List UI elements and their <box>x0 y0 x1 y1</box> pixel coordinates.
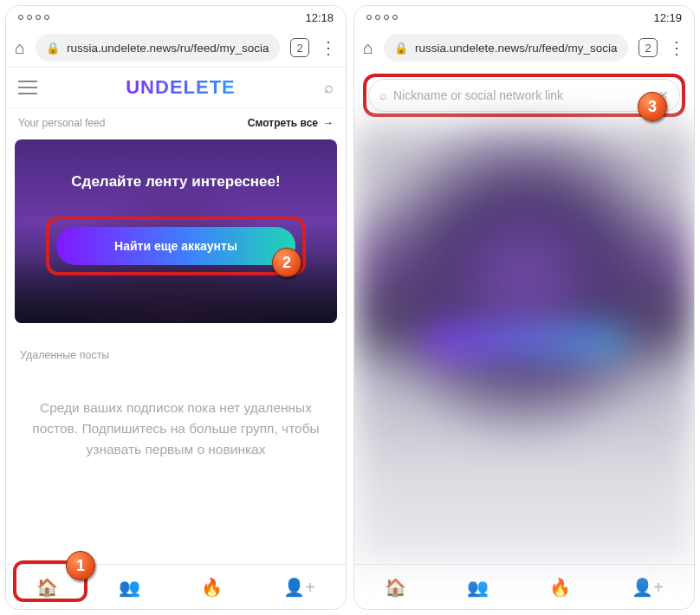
feed-label: Your personal feed <box>18 117 105 129</box>
browser-addressbar: ⌂ 🔒 russia.undelete.news/ru/feed/my_soci… <box>6 29 346 67</box>
phone-left: 12:18 ⌂ 🔒 russia.undelete.news/ru/feed/m… <box>5 5 347 610</box>
bottom-nav: 🏠 👥 🔥 👤+ <box>6 564 346 609</box>
blurred-background <box>354 124 694 564</box>
url-box[interactable]: 🔒 russia.undelete.news/ru/feed/my_socia <box>36 34 280 62</box>
tab-count[interactable]: 2 <box>290 38 309 57</box>
home-icon[interactable]: ⌂ <box>363 38 373 58</box>
step-badge-1: 1 <box>66 551 95 580</box>
deleted-posts-title: Удаленные посты <box>6 323 346 372</box>
app-logo: UNDELETE <box>126 76 236 99</box>
url-text: russia.undelete.news/ru/feed/my_socia <box>415 42 617 55</box>
status-bar: 12:19 <box>354 6 694 29</box>
highlight-search-input: ⌕ Nickname or social network link ✕ <box>363 74 685 117</box>
status-dots <box>366 15 398 20</box>
nav-home-icon[interactable]: 🏠 <box>385 577 406 598</box>
nav-fire-icon[interactable]: 🔥 <box>549 577 571 598</box>
search-icon: ⌕ <box>379 88 386 102</box>
url-box[interactable]: 🔒 russia.undelete.news/ru/feed/my_socia <box>384 34 628 62</box>
home-icon[interactable]: ⌂ <box>15 38 25 58</box>
nav-fire-icon[interactable]: 🔥 <box>201 577 223 598</box>
nav-home-icon[interactable]: 🏠 <box>36 577 58 598</box>
highlight-find-accounts: Найти еще аккаунты <box>46 217 306 275</box>
hero-banner: Сделайте ленту интереснее! Найти еще акк… <box>15 139 337 323</box>
app-header: UNDELETE ⌕ <box>6 67 346 108</box>
step-badge-2: 2 <box>272 248 301 277</box>
status-time: 12:18 <box>305 11 334 24</box>
hero-title: Сделайте ленту интереснее! <box>71 173 280 191</box>
status-bar: 12:18 <box>6 6 346 29</box>
nav-add-person-icon[interactable]: 👤+ <box>283 577 315 598</box>
browser-menu-icon[interactable]: ⋮ <box>668 39 685 56</box>
status-time: 12:19 <box>653 11 682 24</box>
browser-menu-icon[interactable]: ⋮ <box>320 39 337 56</box>
arrow-right-icon: → <box>323 117 334 129</box>
lock-icon: 🔒 <box>46 42 60 55</box>
tab-count[interactable]: 2 <box>638 38 658 57</box>
empty-state-text: Среди ваших подписок пока нет удаленных … <box>6 372 346 469</box>
browser-addressbar: ⌂ 🔒 russia.undelete.news/ru/feed/my_soci… <box>354 29 694 67</box>
url-text: russia.undelete.news/ru/feed/my_socia <box>67 42 269 55</box>
nav-add-person-icon[interactable]: 👤+ <box>632 577 664 598</box>
step-badge-3: 3 <box>638 92 667 121</box>
search-placeholder: Nickname or social network link <box>393 88 563 102</box>
search-icon[interactable]: ⌕ <box>324 79 334 97</box>
feed-header: Your personal feed Смотреть все → <box>6 108 346 139</box>
nav-people-icon[interactable]: 👥 <box>119 577 140 598</box>
find-accounts-button[interactable]: Найти еще аккаунты <box>56 227 295 265</box>
see-all-link[interactable]: Смотреть все → <box>248 117 334 129</box>
status-dots <box>18 15 49 20</box>
lock-icon: 🔒 <box>394 42 408 55</box>
nav-people-icon[interactable]: 👥 <box>467 577 489 598</box>
hamburger-icon[interactable] <box>18 87 37 88</box>
search-input[interactable]: ⌕ Nickname or social network link ✕ <box>368 79 680 112</box>
bottom-nav: 🏠 👥 🔥 👤+ <box>354 564 694 609</box>
